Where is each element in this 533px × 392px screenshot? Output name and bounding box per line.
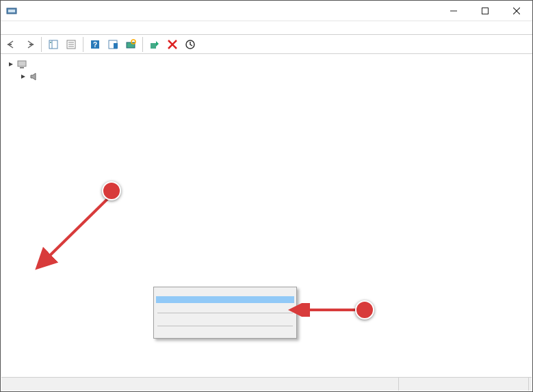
collapse-icon[interactable]: [5, 59, 16, 70]
ctx-uninstall-device[interactable]: [156, 303, 294, 310]
tree-label: [42, 76, 45, 77]
svg-rect-7: [29, 44, 34, 45]
tree-category-sound[interactable]: [3, 70, 530, 83]
svg-rect-25: [18, 61, 26, 66]
toolbar-separator: [142, 37, 143, 52]
svg-rect-19: [127, 42, 135, 48]
action-button[interactable]: [105, 36, 121, 53]
computer-icon: [16, 59, 27, 70]
svg-rect-18: [114, 43, 118, 49]
svg-rect-6: [8, 44, 12, 45]
ctx-disable-device[interactable]: [156, 296, 294, 303]
svg-rect-3: [482, 8, 489, 14]
tree-root-row[interactable]: [3, 58, 530, 70]
menu-file[interactable]: [3, 27, 17, 29]
ctx-properties[interactable]: [156, 329, 294, 336]
app-icon: [6, 5, 17, 16]
context-menu: [153, 287, 297, 339]
svg-rect-21: [151, 43, 156, 49]
status-text: [4, 378, 399, 391]
svg-rect-26: [20, 67, 24, 68]
enable-device-button[interactable]: [146, 36, 163, 53]
status-cell-empty: [399, 378, 529, 391]
uninstall-button[interactable]: [164, 36, 181, 53]
annotation-marker-1: [102, 181, 121, 200]
ctx-update-driver[interactable]: [156, 289, 294, 296]
ctx-separator: [157, 313, 293, 313]
scan-hardware-button[interactable]: [122, 36, 139, 53]
show-hide-tree-button[interactable]: [45, 36, 62, 53]
minimize-button[interactable]: [438, 1, 469, 21]
menu-help[interactable]: [44, 27, 58, 29]
toolbar: ?: [1, 35, 532, 54]
tree-root-label: [30, 64, 33, 65]
menu-action[interactable]: [17, 27, 31, 29]
menu-bar: [1, 21, 532, 35]
menu-view[interactable]: [31, 27, 44, 29]
collapse-icon[interactable]: [18, 71, 29, 82]
svg-rect-1: [8, 10, 15, 12]
update-driver-button[interactable]: [182, 36, 198, 53]
back-button[interactable]: [3, 36, 20, 53]
svg-rect-10: [50, 42, 51, 43]
properties-button[interactable]: [63, 36, 79, 53]
toolbar-separator: [83, 37, 83, 52]
help-button[interactable]: ?: [87, 36, 103, 53]
forward-button[interactable]: [21, 36, 38, 53]
toolbar-separator: [41, 37, 42, 52]
svg-text:?: ?: [93, 41, 97, 49]
svg-rect-8: [49, 40, 57, 49]
annotation-marker-2: [355, 300, 374, 319]
maximize-button[interactable]: [469, 1, 501, 21]
title-bar: [1, 1, 532, 21]
status-bar: [1, 377, 532, 391]
ctx-scan-hardware[interactable]: [156, 316, 294, 323]
speaker-icon: [29, 71, 40, 82]
close-button[interactable]: [501, 1, 532, 21]
ctx-separator: [157, 326, 293, 326]
